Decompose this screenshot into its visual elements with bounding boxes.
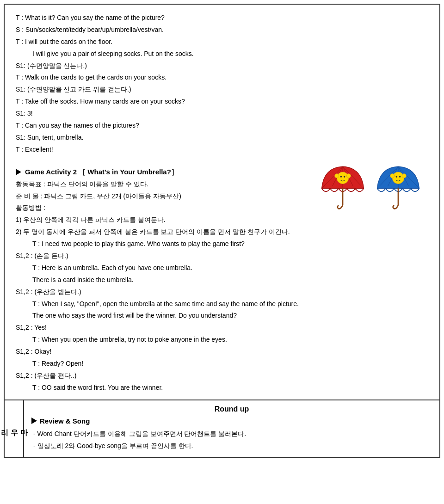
gd-12: S1,2 : (우산을 편다..) bbox=[16, 370, 428, 382]
right-content: Round up Review & Song - Word Chant 단어카드… bbox=[24, 400, 439, 457]
triangle-icon bbox=[16, 169, 21, 175]
game-section: Game Activity 2 ［ What's in Your Umbrell… bbox=[16, 168, 428, 394]
line-4: I will give you a pair of sleeping socks… bbox=[16, 48, 428, 60]
gd-11: T : Ready? Open! bbox=[16, 358, 428, 370]
svg-point-8 bbox=[344, 176, 345, 178]
svg-point-21 bbox=[402, 173, 406, 178]
svg-point-10 bbox=[346, 173, 351, 178]
line-9: S1: 3! bbox=[16, 108, 428, 120]
activity-goal-label: 활동목표 : bbox=[16, 180, 45, 188]
review-triangle-icon bbox=[31, 418, 37, 424]
line-10: T : Can you say the names of the picture… bbox=[16, 120, 428, 132]
review-title-row: Review & Song bbox=[31, 417, 432, 425]
gd-13: T : OO said the word first. You are the … bbox=[16, 382, 428, 394]
line-2: S : Sun/socks/tent/teddy bear/up/umbrell… bbox=[16, 24, 428, 36]
gd-10: S1,2 : Okay! bbox=[16, 346, 428, 358]
review-title-text: Review & Song bbox=[40, 417, 90, 425]
line-8: T : Take off the socks. How many cards a… bbox=[16, 96, 428, 108]
gd-7: The one who says the word first will be … bbox=[16, 310, 428, 322]
review-item-1: - Word Chant 단어카드를 이용해 그림을 보여주면서 단어챈트를 불… bbox=[31, 428, 432, 440]
line-11: S1: Sun, tent, umbrella. bbox=[16, 132, 428, 144]
line-12: T : Excellent! bbox=[16, 144, 428, 156]
gd-9: T : When you open the umbrella, try not … bbox=[16, 334, 428, 346]
line-3: T : I will put the cards on the floor. bbox=[16, 36, 428, 48]
top-dialogue: T : What is it? Can you say the name of … bbox=[16, 12, 428, 156]
review-item-2: - 일상노래 2와 Good-bye song을 부르며 끝인사를 한다. bbox=[31, 440, 432, 452]
line-1: T : What is it? Can you say the name of … bbox=[16, 12, 428, 24]
gd-5: S1,2 : (우산을 받는다.) bbox=[16, 286, 428, 298]
gd-4: There is a card inside the umbrella. bbox=[16, 274, 428, 286]
line-6: T : Walk on the cards to get the cards o… bbox=[16, 72, 428, 84]
gd-8: S1,2 : Yes! bbox=[16, 322, 428, 334]
svg-point-18 bbox=[396, 176, 398, 178]
line-7: S1: (수면양말을 신고 카드 위를 걷는다.) bbox=[16, 84, 428, 96]
step-2: 2) 두 명이 동시에 우산을 펴서 안쪽에 붙은 카드를 보고 단어의 이름을… bbox=[16, 226, 428, 238]
game-title: Game Activity 2 ［ What's in Your Umbrell… bbox=[25, 168, 178, 177]
materials-label: 준 비 물 : bbox=[16, 192, 43, 200]
bottom-section: 마우리 Round up Review & Song - Word Chant … bbox=[5, 400, 439, 457]
gd-6: T : When I say, "Open!", open the umbrel… bbox=[16, 298, 428, 310]
svg-point-20 bbox=[390, 173, 395, 178]
gd-2: S1,2 : (손을 든다.) bbox=[16, 250, 428, 262]
red-umbrella-icon bbox=[317, 163, 368, 209]
svg-point-9 bbox=[335, 173, 339, 178]
round-up-header: Round up bbox=[31, 405, 432, 413]
blue-umbrella-icon bbox=[373, 163, 424, 209]
step-1: 1) 우산의 안쪽에 각각 다른 파닉스 카드를 붙여둔다. bbox=[16, 214, 428, 226]
svg-point-17 bbox=[392, 172, 404, 184]
game-dialogue: T : I need two people to play this game.… bbox=[16, 238, 428, 394]
gd-1: T : I need two people to play this game.… bbox=[16, 238, 428, 250]
activity-goal-text: 파닉스 단어의 이름을 말할 수 있다. bbox=[47, 180, 148, 188]
gd-3: T : Here is an umbrella. Each of you hav… bbox=[16, 262, 428, 274]
line-5: S1: (수면양말을 신는다.) bbox=[16, 60, 428, 72]
umbrella-images bbox=[317, 163, 424, 209]
svg-point-6 bbox=[337, 172, 348, 184]
materials-text: 파닉스 그림 카드, 우산 2개 (아이들용 자동우산) bbox=[44, 192, 181, 200]
left-label: 마우리 bbox=[5, 400, 24, 457]
svg-point-7 bbox=[340, 176, 342, 178]
svg-point-19 bbox=[399, 176, 401, 178]
